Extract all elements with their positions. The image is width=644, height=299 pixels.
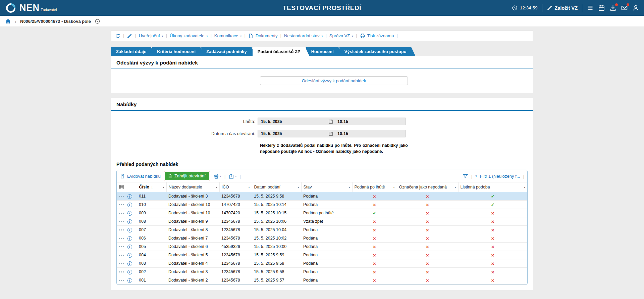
toolbar-item-refresh[interactable]: [114, 33, 121, 39]
cell-status: Podána: [301, 259, 352, 268]
cell-ico: 45359326: [219, 243, 252, 251]
cell-ico: 14707420: [219, 209, 252, 217]
toolbar-item-uverejneni[interactable]: Uveřejnění▾: [138, 33, 164, 38]
column-header-select[interactable]: [117, 182, 137, 192]
tab-zakladni-udaje[interactable]: Základní údaje: [111, 47, 155, 56]
table-row[interactable]: i005Dodavatel - školení 64535932615. 5. …: [117, 243, 527, 251]
table-row[interactable]: i002Dodavatel - školení 31234567815. 5. …: [117, 268, 527, 276]
chevron-down-icon[interactable]: ▾: [248, 186, 250, 189]
table-row[interactable]: i003Dodavatel - školení 41234567815. 5. …: [117, 259, 527, 268]
row-menu-icon[interactable]: [119, 213, 124, 214]
tab-podani-ucastniku-zp[interactable]: Podání účastníků ZP: [253, 47, 310, 56]
table-row[interactable]: i008Dodavatel - školení 91234567815. 5. …: [117, 217, 527, 226]
column-header-8[interactable]: Listinná podoba▾: [458, 182, 527, 192]
info-icon[interactable]: i: [127, 245, 132, 249]
column-header-7[interactable]: Označena jako nepodaná▾: [397, 182, 458, 192]
tabs: Základní údajeKritéria hodnoceníZadávací…: [111, 47, 533, 56]
chevron-down-icon[interactable]: ▾: [163, 186, 164, 189]
row-actions-cell: i: [117, 209, 137, 217]
create-vz-button[interactable]: Založit VZ: [547, 5, 578, 11]
filter-funnel-icon[interactable]: [463, 173, 468, 179]
chevron-down-icon[interactable]: ▾: [348, 186, 350, 189]
info-icon[interactable]: i: [127, 278, 132, 283]
chevron-down-icon[interactable]: ▾: [298, 186, 299, 189]
info-icon[interactable]: i: [127, 211, 132, 216]
header-separator: [582, 4, 582, 12]
table-row[interactable]: i001Dodavatel - školení 21234567815. 5. …: [117, 276, 527, 285]
cell-paper-form: ×: [458, 251, 527, 259]
toolbar-separator: |: [279, 33, 283, 38]
tab-kriteria-hodnoceni[interactable]: Kritéria hodnocení: [152, 47, 205, 56]
export-button[interactable]: ▾: [228, 173, 236, 179]
menu-icon[interactable]: [587, 4, 594, 11]
column-header-5[interactable]: Stav▾: [301, 182, 352, 192]
info-icon[interactable]: i: [127, 253, 132, 258]
chevron-down-icon[interactable]: ▾: [393, 186, 394, 189]
tab-hodnoceni[interactable]: Hodnocení: [306, 47, 343, 56]
info-icon[interactable]: i: [127, 219, 132, 224]
row-menu-icon[interactable]: [119, 255, 124, 256]
home-icon[interactable]: [5, 18, 11, 24]
toolbar-item-nestandardni-stav[interactable]: Nestandardní stav▾: [283, 33, 324, 38]
calendar-icon[interactable]: [328, 119, 333, 124]
nen-logo[interactable]: NEN Zadavatel: [5, 2, 57, 14]
row-menu-icon[interactable]: [119, 246, 124, 248]
row-menu-icon[interactable]: [119, 271, 124, 273]
toolbar-item-sprava-vz[interactable]: Správa VZ▾: [328, 33, 354, 38]
info-icon[interactable]: i: [127, 236, 132, 241]
tab-vysledek-zadavaciho-postupu[interactable]: Výsledek zadávacího postupu: [339, 47, 416, 56]
toolbar-item-ukony-zadavatele[interactable]: Úkony zadavatele▾: [169, 33, 209, 38]
chevron-down-icon[interactable]: ▾: [524, 186, 525, 189]
column-header-2[interactable]: Název dodavatele▾: [166, 182, 219, 192]
mail-icon[interactable]: [621, 4, 628, 11]
toolbar-item-tisk-zaznamu[interactable]: Tisk záznamu: [359, 33, 395, 39]
send-invitation-button[interactable]: Odeslání výzvy k podání nabídek: [260, 76, 408, 85]
row-menu-icon[interactable]: [119, 229, 124, 231]
start-opening-button[interactable]: Zahájit otevírání: [165, 172, 209, 180]
row-menu-icon[interactable]: [119, 263, 124, 264]
calendar-icon[interactable]: [328, 131, 333, 136]
table-row[interactable]: i004Dodavatel - školení 51234567815. 5. …: [117, 251, 527, 259]
row-menu-icon[interactable]: [119, 238, 124, 239]
row-menu-icon[interactable]: [119, 221, 124, 222]
toolbar-item-edit[interactable]: [126, 33, 133, 39]
deadline-date-value: 15. 5. 2025: [258, 119, 328, 124]
info-icon[interactable]: i: [127, 194, 132, 199]
column-label: Datum podání: [254, 185, 281, 189]
tab-zadavaci-podminky[interactable]: Zadávací podmínky: [201, 47, 256, 56]
user-icon[interactable]: [632, 4, 639, 11]
column-header-6[interactable]: Podaná po lhůtě▾: [352, 182, 397, 192]
row-menu-icon[interactable]: [119, 196, 124, 197]
calendar-icon[interactable]: [598, 4, 605, 11]
chevron-down-icon[interactable]: ▾: [475, 174, 477, 178]
info-icon[interactable]: i: [127, 228, 132, 232]
cross-icon: ×: [426, 252, 429, 258]
column-header-1[interactable]: Číslo↓▾: [137, 182, 166, 192]
print-button[interactable]: ▾: [213, 173, 221, 179]
chevron-down-icon[interactable]: ▾: [454, 186, 456, 189]
info-icon[interactable]: i: [127, 270, 132, 274]
download-icon[interactable]: [609, 4, 616, 11]
cross-icon: ×: [491, 219, 494, 224]
active-filter-label[interactable]: Filtr 1 (Neuložený f...: [480, 174, 520, 179]
breadcrumb-item[interactable]: N006/25/V00004673 - Disková pole: [20, 19, 91, 24]
table-row[interactable]: i011Dodavatel - školení 31234567815. 5. …: [117, 192, 527, 201]
toolbar-item-komunikace[interactable]: Komunikace▾: [213, 33, 243, 38]
row-menu-icon[interactable]: [119, 204, 124, 206]
table-row[interactable]: i006Dodavatel - školení 71234567815. 5. …: [117, 234, 527, 243]
toolbar-item-dokumenty[interactable]: Dokumenty: [247, 33, 279, 39]
column-header-3[interactable]: IČO▾: [219, 182, 252, 192]
cell-submitted: 15. 5. 2025 10:02: [252, 234, 301, 243]
info-icon[interactable]: i: [127, 261, 132, 266]
table-row[interactable]: i009Dodavatel - školení 101470742015. 5.…: [117, 209, 527, 217]
column-header-4[interactable]: Datum podání▾: [252, 182, 301, 192]
register-offer-button[interactable]: Evidovat nabídku: [120, 173, 161, 179]
table-row[interactable]: i010Dodavatel - školení 101470742015. 5.…: [117, 201, 527, 209]
table-row[interactable]: i007Dodavatel - školení 81234567815. 5. …: [117, 226, 527, 234]
info-icon[interactable]: i: [127, 203, 132, 207]
close-icon[interactable]: [95, 18, 100, 24]
row-menu-icon[interactable]: [119, 280, 124, 281]
cross-icon: ×: [426, 202, 429, 208]
chevron-down-icon[interactable]: ▾: [216, 186, 217, 189]
cell-number: 011: [137, 192, 166, 201]
